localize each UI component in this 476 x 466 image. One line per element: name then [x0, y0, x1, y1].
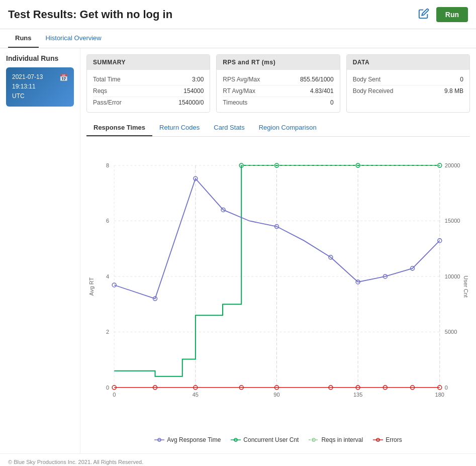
- legend-reqs-in-interval: Reqs in interval: [309, 436, 363, 443]
- legend-reqs-icon: [309, 437, 319, 442]
- legend-concurrent-label: Concurrent User Cnt: [243, 436, 299, 443]
- data-card: DATA Body Sent 0 Body Received 9.8 MB: [346, 54, 470, 113]
- svg-text:User Cnt: User Cnt: [463, 275, 469, 298]
- svg-text:5000: 5000: [445, 329, 457, 335]
- summary-card: SUMMARY Total Time 3:00 Reqs 154000 Pass…: [86, 54, 210, 113]
- run-date: 2021-07-13: [12, 72, 43, 82]
- run-button[interactable]: Run: [436, 7, 468, 22]
- svg-text:135: 135: [353, 392, 362, 398]
- stat-timeouts: Timeouts 0: [223, 97, 333, 108]
- run-timezone: UTC: [12, 91, 43, 101]
- legend-avg-rt-icon: [154, 437, 164, 442]
- chart-tabs: Response Times Return Codes Card Stats R…: [86, 120, 470, 137]
- svg-text:15000: 15000: [445, 218, 460, 224]
- legend-avg-rt-label: Avg Response Time: [167, 436, 221, 443]
- legend-errors-label: Errors: [386, 436, 402, 443]
- chart-tab-card-stats[interactable]: Card Stats: [207, 120, 251, 136]
- rps-card: RPS and RT (ms) RPS Avg/Max 855.56/1000 …: [216, 54, 340, 113]
- svg-text:6: 6: [106, 218, 109, 224]
- chart-tab-region-comparison[interactable]: Region Comparison: [252, 120, 324, 136]
- stat-body-received: Body Received 9.8 MB: [353, 85, 463, 97]
- stat-pass-error: Pass/Error 154000/0: [93, 97, 204, 108]
- sidebar-title: Individual Runs: [6, 54, 74, 62]
- main-content: Individual Runs 2021-07-13 19:13:11 UTC …: [0, 48, 476, 453]
- footer: © Blue Sky Productions Inc. 2021. All Ri…: [0, 453, 476, 466]
- content-area: SUMMARY Total Time 3:00 Reqs 154000 Pass…: [80, 48, 476, 453]
- sidebar: Individual Runs 2021-07-13 19:13:11 UTC …: [0, 48, 80, 453]
- svg-text:20000: 20000: [445, 162, 460, 168]
- stat-body-sent: Body Sent 0: [353, 74, 463, 85]
- data-header: DATA: [347, 55, 469, 70]
- chart-tab-return-codes[interactable]: Return Codes: [152, 120, 207, 136]
- tab-historical-overview[interactable]: Historical Overview: [39, 29, 109, 48]
- legend-errors-icon: [373, 437, 383, 442]
- response-time-chart: .grid-line { stroke: #ccc; stroke-width:…: [86, 141, 470, 432]
- tab-runs[interactable]: Runs: [8, 29, 39, 48]
- svg-text:0: 0: [113, 392, 116, 398]
- summary-header: SUMMARY: [87, 55, 210, 70]
- chart-legend: Avg Response Time Concurrent User Cnt Re…: [86, 432, 470, 447]
- chart-tab-response-times[interactable]: Response Times: [86, 120, 152, 136]
- svg-text:10000: 10000: [445, 273, 460, 279]
- main-tabs: Runs Historical Overview: [0, 29, 476, 48]
- legend-avg-response-time: Avg Response Time: [154, 436, 221, 443]
- svg-text:0: 0: [445, 385, 448, 391]
- calendar-icon: 📅: [59, 73, 68, 81]
- rps-body: RPS Avg/Max 855.56/1000 RT Avg/Max 4.83/…: [217, 70, 339, 112]
- svg-text:Avg RT: Avg RT: [88, 277, 94, 296]
- stat-total-time: Total Time 3:00: [93, 74, 204, 85]
- header: Test Results: Get with no log in Run: [0, 0, 476, 29]
- stats-row: SUMMARY Total Time 3:00 Reqs 154000 Pass…: [86, 54, 470, 113]
- legend-concurrent-icon: [231, 437, 241, 442]
- run-item-text: 2021-07-13 19:13:11 UTC: [12, 72, 43, 102]
- svg-text:2: 2: [106, 329, 109, 335]
- footer-text: © Blue Sky Productions Inc. 2021. All Ri…: [8, 459, 143, 465]
- svg-text:0: 0: [106, 385, 109, 391]
- chart-area: .grid-line { stroke: #ccc; stroke-width:…: [86, 141, 470, 432]
- edit-button[interactable]: [416, 6, 431, 23]
- svg-text:90: 90: [273, 392, 279, 398]
- run-time: 19:13:11: [12, 82, 43, 91]
- stat-rps-avg-max: RPS Avg/Max 855.56/1000: [223, 74, 333, 85]
- stat-rt-avg-max: RT Avg/Max 4.83/401: [223, 85, 333, 97]
- svg-text:45: 45: [193, 392, 199, 398]
- run-item[interactable]: 2021-07-13 19:13:11 UTC 📅: [6, 67, 74, 107]
- legend-errors: Errors: [373, 436, 402, 443]
- page-title: Test Results: Get with no log in: [8, 8, 172, 21]
- legend-reqs-label: Reqs in interval: [321, 436, 363, 443]
- data-body: Body Sent 0 Body Received 9.8 MB: [347, 70, 469, 101]
- svg-text:4: 4: [106, 273, 109, 279]
- rps-header: RPS and RT (ms): [217, 55, 339, 70]
- summary-body: Total Time 3:00 Reqs 154000 Pass/Error 1…: [87, 70, 210, 112]
- svg-text:180: 180: [435, 392, 444, 398]
- legend-concurrent-user-cnt: Concurrent User Cnt: [231, 436, 299, 443]
- svg-text:8: 8: [106, 162, 109, 168]
- header-actions: Run: [416, 6, 468, 23]
- stat-reqs: Reqs 154000: [93, 85, 204, 97]
